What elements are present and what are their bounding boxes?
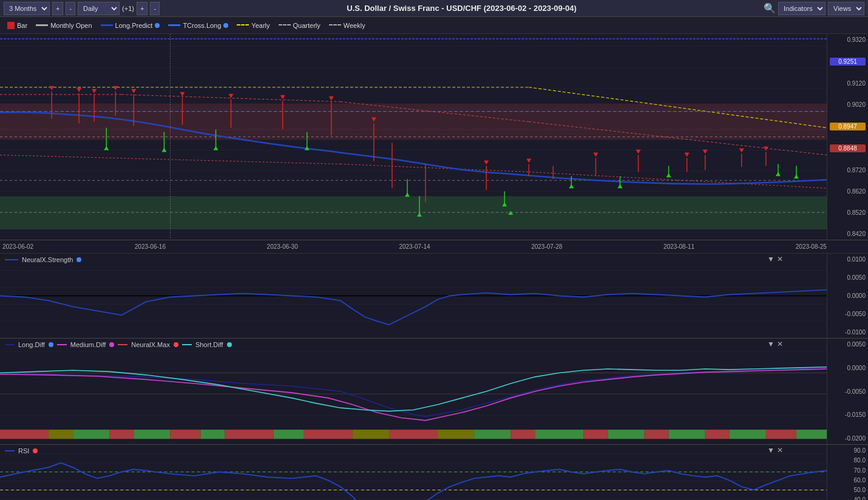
y-neurx-n0050: -0.0050 xyxy=(830,311,866,317)
y-neurx-0050: 0.0050 xyxy=(830,274,866,281)
svg-rect-120 xyxy=(608,430,644,439)
diff-yaxis: 0.0050 0.0000 -0.0050 -0.0150 -0.0200 xyxy=(827,339,868,444)
y-rsi-40: 40.0 xyxy=(830,496,866,500)
views-select[interactable]: Views xyxy=(828,2,864,15)
legend-tcross-long-label: TCross.Long xyxy=(183,22,221,29)
neuralx-dot xyxy=(76,257,81,262)
long-diff-dot xyxy=(49,342,53,347)
svg-marker-59 xyxy=(593,152,598,157)
svg-marker-57 xyxy=(484,160,489,164)
y-diff-n0150: -0.0150 xyxy=(830,411,866,418)
svg-rect-122 xyxy=(669,430,705,439)
svg-marker-53 xyxy=(229,94,234,98)
svg-marker-50 xyxy=(113,86,118,90)
svg-rect-118 xyxy=(535,430,583,439)
neuralx-canvas[interactable]: NeuralX.Strength ▼ ✕ xyxy=(0,254,827,338)
toolbar-right: 🔍 Indicators Views xyxy=(764,2,864,15)
diff-close-icon[interactable]: ✕ xyxy=(777,340,783,348)
long-diff-label: Long.Diff xyxy=(18,341,45,348)
main-chart-canvas[interactable] xyxy=(0,34,827,240)
y-label-8520: 0.8520 xyxy=(830,209,866,216)
period-minus-button[interactable]: - xyxy=(66,2,75,15)
legend-monthly-open: Monthly Open xyxy=(36,22,92,29)
period-add-button[interactable]: + xyxy=(52,2,63,15)
tcross-long-icon xyxy=(168,24,180,26)
plus1-label: (+1) xyxy=(122,5,134,12)
svg-rect-103 xyxy=(0,430,49,439)
diff-collapse-icon[interactable]: ▼ xyxy=(767,340,775,348)
rsi-collapse-icon[interactable]: ▼ xyxy=(767,446,775,454)
rsi-controls: ▼ ✕ xyxy=(767,446,783,454)
x-label-0714: 2023-07-14 xyxy=(399,243,430,250)
svg-rect-104 xyxy=(49,430,73,439)
svg-rect-119 xyxy=(583,430,608,439)
indicators-select[interactable]: Indicators xyxy=(778,2,826,15)
medium-diff-dot xyxy=(109,342,114,347)
forward-button[interactable]: + xyxy=(137,2,147,15)
search-icon[interactable]: 🔍 xyxy=(764,2,776,14)
svg-marker-48 xyxy=(76,88,81,92)
bar-icon xyxy=(7,22,15,29)
neuralx-title: NeuralX.Strength xyxy=(22,256,73,263)
legend-tcross-long: TCross.Long xyxy=(168,22,228,29)
neuralx-max-label: NeuralX.Max xyxy=(131,341,170,348)
diff-header: Long.Diff Medium.Diff NeuralX.Max Short.… xyxy=(5,341,232,348)
svg-marker-47 xyxy=(49,86,54,90)
y-label-8620: 0.8620 xyxy=(830,188,866,195)
svg-rect-11 xyxy=(0,104,827,140)
diff-panel: Long.Diff Medium.Diff NeuralX.Max Short.… xyxy=(0,339,868,445)
svg-marker-55 xyxy=(329,96,334,101)
y-label-9120: 0.9120 xyxy=(830,80,866,87)
svg-marker-63 xyxy=(739,148,744,152)
legend-monthly-open-label: Monthly Open xyxy=(50,22,92,29)
svg-rect-112 xyxy=(304,430,353,439)
rsi-close-icon[interactable]: ✕ xyxy=(777,446,783,454)
legend-bar: Bar Monthly Open Long.Predict TCross.Lon… xyxy=(0,17,868,34)
neuralx-header: NeuralX.Strength xyxy=(5,256,81,263)
neuralx-controls: ▼ ✕ xyxy=(767,255,783,263)
legend-quarterly: Quarterly xyxy=(279,22,320,29)
legend-weekly-label: Weekly xyxy=(344,22,365,29)
svg-marker-49 xyxy=(92,89,97,93)
svg-rect-117 xyxy=(510,430,535,439)
y-label-8848: 0.8848 xyxy=(830,144,866,152)
svg-line-21 xyxy=(529,172,827,188)
svg-rect-114 xyxy=(389,430,438,439)
neuralx-max-dot xyxy=(174,342,178,347)
long-predict-icon xyxy=(101,24,113,26)
neuralx-close-icon[interactable]: ✕ xyxy=(777,255,783,263)
neuralx-collapse-icon[interactable]: ▼ xyxy=(767,255,775,263)
rsi-title: RSI xyxy=(18,447,29,454)
backward-button[interactable]: - xyxy=(150,2,160,15)
rsi-header: RSI xyxy=(5,447,38,454)
svg-marker-54 xyxy=(280,95,285,100)
svg-marker-61 xyxy=(685,152,690,157)
legend-yearly-label: Yearly xyxy=(251,22,270,29)
timeframe-select[interactable]: Daily Weekly Monthly xyxy=(78,2,120,15)
rsi-yaxis: 90.0 80.0 70.0 60.0 50.0 40.0 30.0 20.0 … xyxy=(827,445,868,500)
y-label-9020: 0.9020 xyxy=(830,101,866,108)
diff-canvas[interactable]: Long.Diff Medium.Diff NeuralX.Max Short.… xyxy=(0,339,827,444)
legend-long-predict-label: Long.Predict xyxy=(115,22,153,29)
svg-rect-12 xyxy=(0,196,827,229)
neuralx-max-icon xyxy=(118,344,127,345)
legend-bar-label: Bar xyxy=(17,22,27,29)
svg-rect-110 xyxy=(225,430,274,439)
period-select[interactable]: 3 Months 1 Month 6 Months xyxy=(4,2,50,15)
svg-rect-105 xyxy=(73,430,109,439)
y-rsi-70: 70.0 xyxy=(830,467,866,474)
long-predict-dot xyxy=(155,23,160,28)
y-neurx-0000: 0.0000 xyxy=(830,292,866,299)
x-axis: 2023-06-02 2023-06-16 2023-06-30 2023-07… xyxy=(0,240,868,254)
svg-rect-113 xyxy=(353,430,389,439)
x-label-0602: 2023-06-02 xyxy=(2,243,33,250)
y-neurx-n0100: -0.0100 xyxy=(830,329,866,336)
svg-rect-126 xyxy=(796,430,827,439)
short-diff-label: Short.Diff xyxy=(195,341,223,348)
svg-rect-125 xyxy=(766,430,796,439)
legend-long-predict: Long.Predict xyxy=(101,22,160,29)
rsi-canvas[interactable]: RSI ▼ ✕ xyxy=(0,445,827,500)
monthly-open-icon xyxy=(36,24,48,26)
svg-rect-108 xyxy=(170,430,200,439)
yearly-icon xyxy=(237,24,249,26)
